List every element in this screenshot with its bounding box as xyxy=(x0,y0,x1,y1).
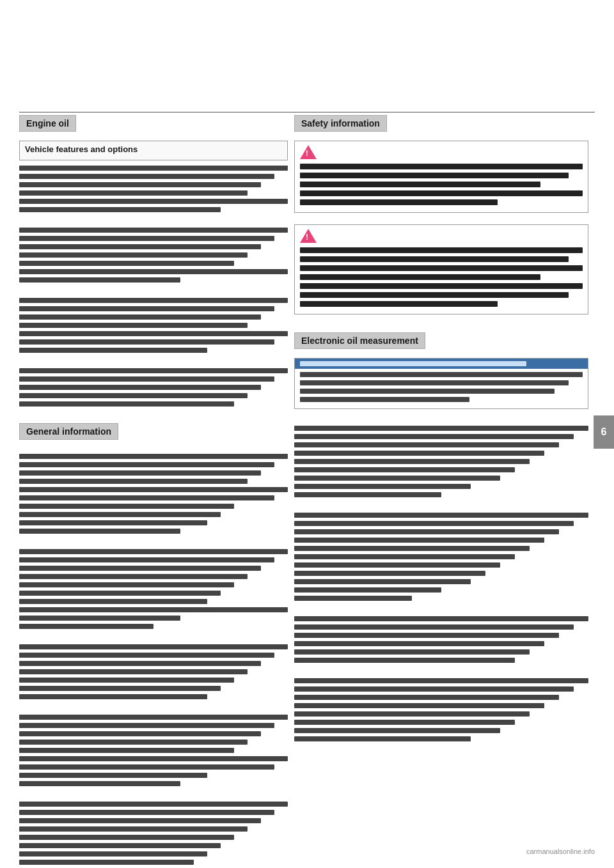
info-box-1 xyxy=(294,358,588,409)
info-box-header-1 xyxy=(295,359,588,369)
right-body-text-2 xyxy=(294,513,588,601)
left-body-text-9 xyxy=(19,802,288,868)
warning-box-1 xyxy=(294,141,588,213)
left-body-text-2 xyxy=(19,228,288,283)
warning-text-1 xyxy=(300,164,583,205)
warning-icon-2 xyxy=(300,229,317,243)
watermark: carmanualsonline.info xyxy=(526,848,595,855)
top-rule xyxy=(19,112,595,112)
left-body-text-1 xyxy=(19,166,288,212)
chapter-tab: 6 xyxy=(594,415,614,449)
engine-oil-header: Engine oil xyxy=(19,115,76,132)
electronic-oil-header: Electronic oil measurement xyxy=(294,332,425,349)
warning-text-2 xyxy=(300,247,583,307)
vehicle-features-title: Vehicle features and options xyxy=(25,144,282,154)
right-body-text-4 xyxy=(294,678,588,741)
left-body-text-6 xyxy=(19,549,288,629)
left-body-text-4 xyxy=(19,368,288,407)
info-box-content-1 xyxy=(295,369,588,408)
left-body-text-7 xyxy=(19,644,288,699)
general-information-header: General information xyxy=(19,423,118,440)
safety-information-header: Safety information xyxy=(294,115,387,132)
right-body-text-1 xyxy=(294,426,588,497)
warning-box-2 xyxy=(294,224,588,314)
right-column: Safety information xyxy=(294,115,588,868)
page-container: Engine oil Vehicle features and options xyxy=(0,0,614,868)
left-column: Engine oil Vehicle features and options xyxy=(19,115,288,868)
left-body-text-3 xyxy=(19,298,288,353)
right-body-text-3 xyxy=(294,616,588,663)
left-body-text-8 xyxy=(19,715,288,786)
warning-icon-1 xyxy=(300,145,317,159)
left-body-text-5 xyxy=(19,454,288,534)
vehicle-features-box: Vehicle features and options xyxy=(19,141,288,160)
